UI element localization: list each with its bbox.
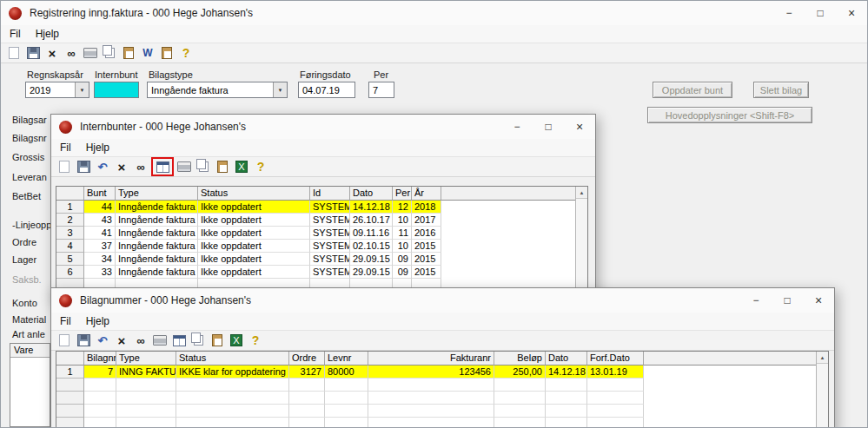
paste-icon[interactable]: [209, 333, 226, 348]
save-icon[interactable]: [75, 333, 92, 348]
grid-icon[interactable]: [170, 333, 188, 348]
paste-icon[interactable]: [214, 159, 231, 174]
internbunt-field[interactable]: [94, 82, 139, 98]
paste-icon[interactable]: [120, 45, 137, 61]
menu-fil[interactable]: Fil: [60, 315, 71, 327]
menu-fil[interactable]: Fil: [10, 28, 21, 40]
column-header-type[interactable]: Type: [116, 187, 198, 201]
per-field[interactable]: 7: [368, 82, 394, 98]
help-icon[interactable]: ?: [177, 45, 195, 61]
oppdater-bunt-button[interactable]: Oppdater bunt: [653, 82, 732, 98]
regnskapsar-combobox[interactable]: 2019 ▼: [25, 82, 89, 98]
column-header-per[interactable]: Per: [393, 187, 412, 201]
word-icon[interactable]: W: [139, 45, 156, 61]
titlebar[interactable]: Bilagnummer - 000 Hege Johansen's − □ ×: [51, 288, 834, 313]
undo-icon[interactable]: ↶: [94, 159, 111, 174]
close-button[interactable]: ×: [836, 1, 867, 25]
column-header-type[interactable]: Type: [116, 352, 176, 365]
table-row[interactable]: 2 43 Inngående faktura Ikke oppdatert SY…: [56, 214, 587, 227]
table-row-empty[interactable]: [56, 418, 828, 428]
titlebar[interactable]: Internbunter - 000 Hege Johansen's − □ ×: [51, 115, 595, 139]
menu-hjelp[interactable]: Hjelp: [86, 142, 109, 154]
clipboard-icon[interactable]: [158, 45, 176, 61]
slett-bilag-button[interactable]: Slett bilag: [753, 82, 809, 98]
scroll-up-icon[interactable]: ▲: [817, 352, 828, 364]
delete-icon[interactable]: ×: [113, 333, 130, 348]
minimize-button[interactable]: −: [740, 288, 772, 313]
column-header-levnr[interactable]: Levnr: [325, 352, 368, 365]
print-icon[interactable]: [151, 333, 169, 348]
copy-icon[interactable]: [101, 45, 118, 61]
scroll-up-icon[interactable]: ▲: [576, 187, 587, 199]
foringsdato-field[interactable]: 04.07.19: [298, 82, 355, 98]
hovedopplysninger-button[interactable]: Hovedopplysninger <Shift-F8>: [647, 107, 812, 123]
table-row[interactable]: 5 34 Inngående faktura Ikke oppdatert SY…: [56, 253, 587, 266]
table-row-empty[interactable]: [56, 405, 828, 418]
new-document-icon[interactable]: [5, 45, 23, 61]
table-row[interactable]: 6 33 Inngående faktura Ikke oppdatert SY…: [56, 266, 587, 279]
column-header-bilagnr[interactable]: Bilagnr: [84, 352, 116, 365]
column-header-belop[interactable]: Beløp: [494, 352, 546, 365]
column-header-forfdato[interactable]: Forf.Dato: [587, 352, 644, 365]
help-icon[interactable]: ?: [247, 333, 264, 348]
save-icon[interactable]: [24, 45, 42, 61]
find-icon[interactable]: ∞: [132, 333, 149, 348]
column-header-status[interactable]: Status: [198, 187, 310, 201]
chevron-down-icon[interactable]: ▼: [75, 82, 89, 97]
column-header-ar[interactable]: År: [412, 187, 441, 201]
column-header-ordre[interactable]: Ordre: [289, 352, 325, 365]
excel-icon[interactable]: X: [233, 159, 250, 174]
bilagsart-label: Bilagsar: [12, 115, 47, 125]
maximize-button[interactable]: □: [805, 1, 836, 25]
print-icon[interactable]: [176, 159, 193, 174]
table-row[interactable]: 1 7 INNG FAKTURA IKKE klar for oppdateri…: [56, 365, 828, 379]
copy-icon[interactable]: [189, 333, 207, 348]
menu-hjelp[interactable]: Hjelp: [86, 315, 109, 327]
copy-icon[interactable]: [195, 159, 212, 174]
menu-hjelp[interactable]: Hjelp: [36, 28, 59, 40]
find-icon[interactable]: ∞: [132, 159, 149, 174]
column-header-dato[interactable]: Dato: [350, 187, 393, 201]
bilagstype-combobox[interactable]: Inngående faktura ▼: [147, 82, 288, 98]
delete-icon[interactable]: ×: [113, 159, 130, 174]
print-icon[interactable]: [82, 45, 99, 61]
column-header-status[interactable]: Status: [176, 352, 289, 365]
minimize-button[interactable]: −: [501, 115, 533, 139]
minimize-button[interactable]: −: [773, 1, 805, 25]
table-row[interactable]: 1 44 Inngående faktura Ikke oppdatert SY…: [56, 201, 587, 214]
toolbar: × ∞ W ?: [1, 43, 867, 63]
column-header-fakturanr[interactable]: Fakturanr: [368, 352, 494, 365]
find-icon[interactable]: ∞: [63, 45, 80, 61]
delete-icon[interactable]: ×: [43, 45, 61, 61]
table-row[interactable]: 4 37 Inngående faktura Ikke oppdatert SY…: [56, 240, 587, 253]
table-row[interactable]: 3 41 Inngående faktura Ikke oppdatert SY…: [56, 227, 587, 240]
window-internbunter: Internbunter - 000 Hege Johansen's − □ ×…: [50, 114, 596, 300]
chevron-down-icon[interactable]: ▼: [273, 82, 287, 97]
window-controls: − □ ×: [501, 115, 595, 139]
maximize-button[interactable]: □: [533, 115, 564, 139]
menu-fil[interactable]: Fil: [60, 142, 71, 154]
excel-icon[interactable]: X: [228, 333, 245, 348]
close-button[interactable]: ×: [803, 288, 834, 313]
column-header-id[interactable]: Id: [310, 187, 350, 201]
vertical-scrollbar[interactable]: ▲: [816, 352, 828, 428]
column-header-bunt[interactable]: Bunt: [84, 187, 116, 201]
new-document-icon[interactable]: [56, 159, 73, 174]
undo-icon[interactable]: ↶: [94, 333, 111, 348]
toolbar: ↶ × ∞ X ?: [51, 330, 834, 351]
desktop: Registrering inng.faktura - 000 Hege Joh…: [0, 0, 868, 428]
column-header-dato[interactable]: Dato: [546, 352, 587, 365]
save-icon[interactable]: [75, 159, 92, 174]
new-document-icon[interactable]: [56, 333, 73, 348]
vertical-scrollbar[interactable]: ▲: [575, 187, 587, 293]
titlebar[interactable]: Registrering inng.faktura - 000 Hege Joh…: [1, 1, 867, 25]
close-button[interactable]: ×: [564, 115, 595, 139]
app-icon: [59, 121, 72, 134]
maximize-button[interactable]: □: [772, 288, 803, 313]
table-row-empty[interactable]: [56, 379, 828, 392]
help-icon[interactable]: ?: [252, 159, 269, 174]
vare-column-header[interactable]: Vare: [10, 344, 50, 358]
window-controls: − □ ×: [773, 1, 867, 25]
table-row-empty[interactable]: [56, 392, 828, 405]
bunt-grid-icon[interactable]: [154, 159, 171, 174]
